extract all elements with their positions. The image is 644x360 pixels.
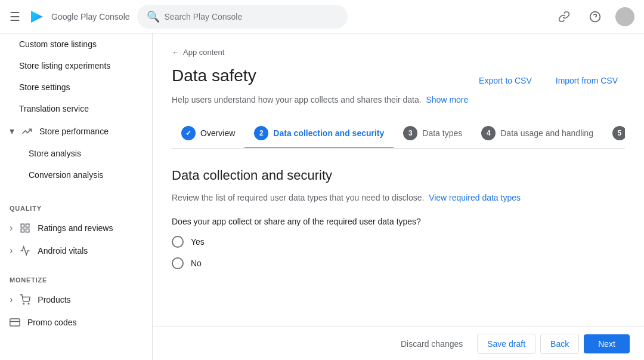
step-2-label: Data collection and security (273, 128, 384, 138)
sidebar: Custom store listings Store listing expe… (0, 33, 153, 360)
search-input[interactable] (165, 12, 338, 21)
sidebar-item-label: Translation service (19, 104, 89, 113)
help-icon[interactable] (584, 6, 606, 27)
svg-rect-10 (10, 319, 20, 326)
sidebar-item-ratings-reviews[interactable]: › Ratings and reviews (0, 217, 147, 239)
import-csv-button[interactable]: Import from CSV (549, 71, 625, 90)
radio-group: Yes No (172, 236, 625, 269)
steps-bar: ✓ Overview 2 Data collection and securit… (172, 119, 625, 149)
play-console-logo-icon (27, 7, 47, 26)
promo-icon (10, 317, 20, 328)
sidebar-item-store-settings[interactable]: Store settings (0, 76, 147, 98)
sidebar-item-label: Store listing experiments (19, 61, 110, 70)
brand-name: Google Play Console (51, 12, 130, 21)
sidebar-item-label: Products (38, 295, 70, 304)
step-3-label: Data types (422, 128, 462, 138)
svg-rect-5 (26, 224, 29, 227)
step-data-types[interactable]: 3 Data types (394, 119, 472, 149)
trending-icon (21, 126, 32, 137)
vitals-icon (20, 245, 30, 256)
sidebar-item-label: Android vitals (38, 246, 88, 256)
search-bar[interactable]: 🔍 (137, 5, 348, 29)
show-more-link[interactable]: Show more (426, 95, 468, 104)
step-preview[interactable]: 5 Preview (603, 119, 625, 149)
search-icon: 🔍 (147, 10, 160, 23)
sidebar-item-label: Conversion analysis (29, 170, 103, 180)
sidebar-item-translation-service[interactable]: Translation service (0, 98, 147, 119)
svg-rect-4 (21, 224, 24, 227)
menu-icon[interactable]: ☰ (10, 10, 20, 24)
section-title: Data collection and security (172, 168, 625, 183)
products-icon (20, 294, 30, 305)
step-1-label: Overview (200, 128, 235, 138)
topbar-actions (553, 6, 634, 27)
breadcrumb-label: App content (183, 48, 224, 57)
link-icon[interactable] (553, 6, 575, 27)
step-4-label: Data usage and handling (500, 128, 593, 138)
sidebar-item-store-analysis[interactable]: Store analysis (0, 143, 147, 164)
sidebar-item-store-listing-experiments[interactable]: Store listing experiments (0, 55, 147, 76)
view-data-types-link[interactable]: View required data types (429, 193, 521, 202)
step-2-number: 2 (254, 126, 268, 140)
step-overview[interactable]: ✓ Overview (172, 119, 244, 149)
step-data-usage[interactable]: 4 Data usage and handling (472, 119, 603, 149)
main-content: ← App content Data safety Export to CSV … (153, 33, 644, 327)
radio-label-yes: Yes (191, 237, 205, 247)
ratings-icon (20, 223, 30, 233)
radio-circle-no (172, 257, 184, 269)
expand-icon: ▾ (10, 125, 14, 137)
avatar[interactable] (615, 7, 634, 26)
back-button[interactable]: Back (540, 334, 579, 354)
svg-rect-6 (26, 229, 29, 232)
radio-option-no[interactable]: No (172, 257, 625, 269)
page-title-actions: Export to CSV Import from CSV (472, 71, 625, 90)
question-text: Does your app collect or share any of th… (172, 217, 625, 226)
expand-icon: › (10, 245, 13, 256)
page-title: Data safety (172, 66, 256, 85)
svg-rect-7 (21, 229, 24, 232)
next-button[interactable]: Next (584, 334, 630, 353)
sidebar-item-label: Store performance (39, 127, 109, 136)
step-3-number: 3 (403, 126, 417, 140)
layout: Custom store listings Store listing expe… (0, 33, 644, 360)
sidebar-item-android-vitals[interactable]: › Android vitals (0, 239, 147, 262)
brand-logo[interactable]: Google Play Console (27, 7, 130, 26)
sidebar-item-custom-store-listings[interactable]: Custom store listings (0, 33, 147, 55)
expand-icon: › (10, 223, 13, 233)
monetize-section-header: Monetize (0, 267, 152, 288)
discard-changes-button[interactable]: Discard changes (391, 334, 472, 353)
page-description: Help users understand how your app colle… (172, 95, 625, 104)
breadcrumb-arrow: ← (172, 48, 179, 57)
save-draft-button[interactable]: Save draft (477, 334, 535, 354)
sidebar-item-label: Promo codes (27, 318, 76, 327)
page-title-row: Data safety Export to CSV Import from CS… (172, 66, 625, 90)
step-1-number: ✓ (181, 126, 196, 140)
topbar: ☰ Google Play Console 🔍 (0, 0, 644, 33)
svg-point-9 (29, 303, 30, 304)
export-csv-button[interactable]: Export to CSV (472, 71, 539, 90)
sidebar-item-label: Ratings and reviews (38, 223, 113, 233)
section-description: Review the list of required user data ty… (172, 193, 625, 202)
quality-section-header: Quality (0, 195, 152, 217)
radio-circle-yes (172, 236, 184, 248)
sidebar-item-store-performance[interactable]: ▾ Store performance (0, 119, 147, 143)
breadcrumb[interactable]: ← App content (172, 48, 625, 57)
sidebar-item-label: Store settings (19, 82, 70, 92)
radio-option-yes[interactable]: Yes (172, 236, 625, 248)
svg-point-8 (23, 303, 24, 304)
expand-icon: › (10, 294, 13, 305)
sidebar-item-products[interactable]: › Products (0, 288, 147, 311)
radio-label-no: No (191, 259, 202, 268)
main-area: ← App content Data safety Export to CSV … (153, 33, 644, 360)
sidebar-item-conversion-analysis[interactable]: Conversion analysis (0, 164, 147, 186)
footer: Discard changes Save draft Back Next (153, 327, 644, 360)
step-4-number: 4 (481, 126, 496, 140)
step-data-collection[interactable]: 2 Data collection and security (244, 119, 394, 149)
sidebar-item-label: Custom store listings (19, 39, 97, 49)
sidebar-item-label: Store analysis (29, 149, 81, 158)
sidebar-item-promo-codes[interactable]: Promo codes (0, 311, 147, 334)
step-5-number: 5 (612, 126, 625, 140)
